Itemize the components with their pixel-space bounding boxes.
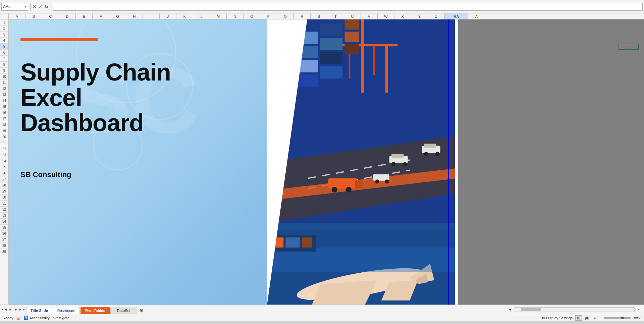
col-header-g[interactable]: G <box>109 13 126 19</box>
row-13[interactable]: 13 <box>0 92 8 98</box>
tab-title-slide[interactable]: Title Slide <box>26 307 52 314</box>
add-sheet-button[interactable]: ⊕ <box>138 307 145 314</box>
svg-rect-36 <box>320 66 343 78</box>
hscroll-left[interactable]: ◄ <box>507 306 513 313</box>
col-header-r[interactable]: R <box>294 13 311 19</box>
fx-icon[interactable]: fx <box>45 4 49 9</box>
formula-input[interactable] <box>53 3 643 11</box>
svg-rect-6 <box>355 180 363 188</box>
tab-dashboard[interactable]: Dashboard <box>53 307 80 314</box>
row-18[interactable]: 18 <box>0 122 8 128</box>
zoom-slider[interactable] <box>604 317 631 319</box>
col-header-z[interactable]: Z <box>428 13 445 19</box>
col-header-x[interactable]: X <box>394 13 411 19</box>
cancel-icon[interactable]: ✕ <box>33 4 37 9</box>
col-header-b[interactable]: B <box>25 13 42 19</box>
row-33[interactable]: 33 <box>0 213 8 219</box>
row-34[interactable]: 34 <box>0 219 8 225</box>
col-header-ab[interactable]: A <box>468 13 485 19</box>
col-header-y[interactable]: Y <box>411 13 428 19</box>
col-header-u[interactable]: U <box>344 13 361 19</box>
col-header-i[interactable]: I <box>143 13 160 19</box>
col-header-f[interactable]: F <box>93 13 109 19</box>
accessibility-icon[interactable]: ♿ Accessibility: Investigate <box>24 316 69 320</box>
normal-view-button[interactable]: ⊞ <box>575 315 582 321</box>
sheet-scroll-right[interactable]: ► <box>13 306 19 313</box>
row-1[interactable]: 1 <box>0 19 8 25</box>
row-39[interactable]: 39 <box>0 249 8 255</box>
zoom-out-button[interactable]: − <box>601 316 603 320</box>
row-35[interactable]: 35 <box>0 225 8 231</box>
row-21[interactable]: 21 <box>0 140 8 146</box>
row-11[interactable]: 11 <box>0 80 8 86</box>
zoom-level[interactable]: 88% <box>634 316 641 320</box>
row-2[interactable]: 2 <box>0 25 8 32</box>
row-7[interactable]: 7 <box>0 56 8 62</box>
col-header-p[interactable]: P <box>260 13 277 19</box>
col-header-c[interactable]: C <box>42 13 59 19</box>
row-27[interactable]: 27 <box>0 176 8 182</box>
row-20[interactable]: 20 <box>0 134 8 140</box>
row-25[interactable]: 25 <box>0 164 8 170</box>
display-settings-icon[interactable]: 🖥 Display Settings <box>541 316 573 320</box>
tab-dataset[interactable]: --DataSet-- <box>110 307 137 314</box>
row-30[interactable]: 30 <box>0 195 8 201</box>
row-14[interactable]: 14 <box>0 98 8 104</box>
svg-point-18 <box>375 179 379 183</box>
col-header-a[interactable]: A <box>9 13 25 19</box>
row-29[interactable]: 29 <box>0 188 8 195</box>
row-6[interactable]: 6 <box>0 50 8 56</box>
col-header-o[interactable]: O <box>244 13 260 19</box>
tab-pivot-tables[interactable]: PivotTables <box>80 307 110 314</box>
col-header-j[interactable]: J <box>160 13 176 19</box>
name-box[interactable]: AA5 ▾ <box>1 3 28 11</box>
page-layout-view-button[interactable]: ▣ <box>583 315 590 321</box>
col-header-l[interactable]: L <box>193 13 210 19</box>
row-12[interactable]: 12 <box>0 86 8 92</box>
row-28[interactable]: 28 <box>0 182 8 188</box>
workbook-statistics-icon[interactable]: 📊 <box>16 316 21 320</box>
row-4[interactable]: 4 <box>0 38 8 44</box>
col-header-h[interactable]: H <box>126 13 143 19</box>
zoom-slider-thumb <box>621 317 624 319</box>
confirm-icon[interactable]: ✓ <box>39 4 43 9</box>
name-box-dropdown-icon[interactable]: ▾ <box>25 5 26 8</box>
row-8[interactable]: 8 <box>0 62 8 68</box>
sheet-scroll-left[interactable]: ◄ <box>7 306 13 313</box>
row-22[interactable]: 22 <box>0 146 8 152</box>
col-header-q[interactable]: Q <box>277 13 294 19</box>
row-32[interactable]: 32 <box>0 207 8 213</box>
row-36[interactable]: 36 <box>0 231 8 237</box>
col-header-d[interactable]: D <box>59 13 76 19</box>
col-header-k[interactable]: K <box>176 13 193 19</box>
col-header-v[interactable]: V <box>361 13 378 19</box>
row-31[interactable]: 31 <box>0 201 8 207</box>
col-header-n[interactable]: N <box>227 13 244 19</box>
row-15[interactable]: 15 <box>0 104 8 110</box>
row-38[interactable]: 38 <box>0 243 8 249</box>
row-3[interactable]: 3 <box>0 32 8 38</box>
row-26[interactable]: 26 <box>0 170 8 176</box>
row-9[interactable]: 9 <box>0 68 8 74</box>
row-24[interactable]: 24 <box>0 158 8 164</box>
col-header-e[interactable]: E <box>76 13 93 19</box>
zoom-in-button[interactable]: + <box>631 316 633 320</box>
row-37[interactable]: 37 <box>0 237 8 243</box>
col-header-aa[interactable]: AA <box>445 13 468 19</box>
horizontal-scrollbar[interactable] <box>514 307 635 312</box>
page-break-view-button[interactable]: ≡ <box>591 315 598 321</box>
row-19[interactable]: 19 <box>0 128 8 134</box>
row-5[interactable]: 5 <box>0 44 8 50</box>
row-17[interactable]: 17 <box>0 116 8 122</box>
row-10[interactable]: 10 <box>0 74 8 80</box>
col-header-t[interactable]: T <box>327 13 344 19</box>
hscroll-right[interactable]: ► <box>636 306 641 313</box>
sheet-scroll-right-right[interactable]: ►► <box>19 306 25 313</box>
selected-cell-aa5[interactable] <box>619 44 639 50</box>
col-header-m[interactable]: M <box>210 13 227 19</box>
sheet-scroll-left-left[interactable]: ◄◄ <box>1 306 7 313</box>
row-16[interactable]: 16 <box>0 110 8 116</box>
row-23[interactable]: 23 <box>0 152 8 158</box>
col-header-s[interactable]: S <box>311 13 327 19</box>
col-header-w[interactable]: W <box>378 13 394 19</box>
